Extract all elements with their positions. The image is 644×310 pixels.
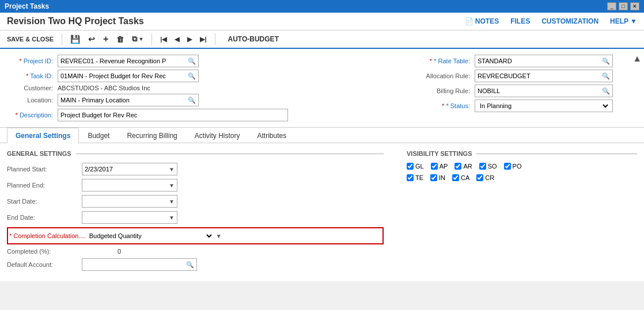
undo-button[interactable] — [86, 33, 97, 45]
auto-budget-button[interactable]: AUTO-BUDGET — [226, 34, 281, 44]
rate-table-input[interactable] — [475, 56, 600, 66]
completion-calc-label: * Completion Calculation.... — [9, 232, 86, 239]
tab-budget[interactable]: Budget — [79, 128, 118, 143]
allocation-rule-search-icon[interactable]: 🔍 — [600, 72, 612, 80]
task-id-input-wrapper[interactable]: 🔍 — [58, 70, 199, 82]
auto-budget-label: AUTO-BUDGET — [228, 35, 279, 43]
rate-table-input-wrapper[interactable]: 🔍 — [475, 55, 613, 67]
planned-end-arrow[interactable]: ▼ — [166, 182, 177, 189]
scroll-up-indicator[interactable]: ▲ — [632, 53, 642, 64]
maximize-button[interactable]: □ — [619, 2, 628, 10]
save-close-button[interactable]: SAVE & CLOSE — [5, 35, 56, 44]
task-id-search-icon[interactable]: 🔍 — [185, 72, 198, 80]
files-action[interactable]: FILES — [510, 17, 530, 25]
gl-checkbox-item[interactable]: GL — [407, 163, 424, 170]
location-input-wrapper[interactable]: 🔍 — [58, 94, 199, 106]
tab-recurring-billing[interactable]: Recurring Billing — [118, 128, 185, 143]
rate-table-search-icon[interactable]: 🔍 — [600, 58, 612, 65]
ar-checkbox[interactable] — [454, 163, 461, 170]
end-date-input[interactable]: ▼ — [82, 211, 177, 224]
customer-value: ABCSTUDIOS - ABC Studios Inc — [58, 85, 196, 91]
ap-checkbox-item[interactable]: AP — [431, 163, 448, 170]
copy-button[interactable]: ▼ — [130, 33, 146, 45]
ap-label: AP — [440, 163, 448, 170]
cr-checkbox-item[interactable]: CR — [476, 174, 494, 181]
ca-checkbox[interactable] — [452, 174, 459, 181]
planned-start-arrow[interactable]: ▼ — [166, 166, 177, 173]
completion-calc-select[interactable]: Budgeted Quantity Completed Hours Manual — [86, 232, 214, 240]
billing-rule-search-icon[interactable]: 🔍 — [600, 87, 612, 95]
general-settings-header: GENERAL SETTINGS — [7, 150, 384, 157]
start-date-arrow[interactable]: ▼ — [166, 198, 177, 205]
description-input[interactable] — [58, 110, 287, 120]
planned-start-input[interactable]: ▼ — [82, 163, 177, 175]
so-checkbox-item[interactable]: SO — [479, 163, 497, 170]
location-input[interactable] — [58, 95, 185, 105]
first-icon — [160, 36, 166, 43]
gl-label: GL — [415, 163, 424, 170]
gl-checkbox[interactable] — [407, 163, 414, 170]
help-action[interactable]: HELP ▼ — [610, 17, 637, 25]
allocation-rule-input[interactable] — [475, 71, 600, 81]
default-account-search-icon[interactable]: 🔍 — [184, 261, 196, 269]
task-id-input[interactable] — [58, 71, 185, 81]
next-button[interactable] — [185, 35, 194, 44]
ar-checkbox-item[interactable]: AR — [454, 163, 472, 170]
so-label: SO — [488, 163, 497, 170]
po-checkbox-item[interactable]: PO — [504, 163, 522, 170]
billing-rule-row: Billing Rule: 🔍 — [407, 85, 637, 97]
te-checkbox[interactable] — [407, 174, 414, 181]
so-checkbox[interactable] — [479, 163, 486, 170]
in-checkbox[interactable] — [430, 174, 437, 181]
last-button[interactable] — [198, 35, 209, 44]
end-date-arrow[interactable]: ▼ — [166, 215, 177, 221]
completed-row: Completed (%): 0 — [7, 248, 384, 255]
completed-label: Completed (%): — [7, 248, 82, 255]
planned-start-label: Planned Start: — [7, 166, 82, 173]
tab-general-settings[interactable]: General Settings — [7, 128, 79, 143]
add-button[interactable] — [101, 33, 111, 45]
minimize-button[interactable]: _ — [607, 2, 616, 10]
visibility-row-1: GL AP AR SO PO — [407, 163, 637, 170]
project-id-search-icon[interactable]: 🔍 — [185, 58, 198, 65]
project-id-row: Project ID: 🔍 — [7, 55, 384, 67]
ca-checkbox-item[interactable]: CA — [452, 174, 469, 181]
billing-rule-input-wrapper[interactable]: 🔍 — [475, 85, 613, 97]
start-date-field[interactable] — [82, 197, 166, 206]
ap-checkbox[interactable] — [431, 163, 438, 170]
save-button[interactable] — [68, 33, 82, 45]
default-account-input[interactable]: 🔍 — [82, 258, 197, 271]
location-label: Location: — [7, 97, 53, 104]
first-button[interactable] — [158, 35, 169, 44]
delete-button[interactable] — [114, 34, 126, 45]
te-label: TE — [415, 174, 423, 181]
cr-checkbox[interactable] — [476, 174, 483, 181]
completion-calc-input[interactable]: Budgeted Quantity Completed Hours Manual… — [86, 229, 224, 242]
completion-calc-arrow[interactable]: ▼ — [214, 233, 224, 239]
customization-action[interactable]: CUSTOMIZATION — [541, 17, 598, 25]
planned-end-input[interactable]: ▼ — [82, 179, 177, 192]
project-id-input[interactable] — [58, 56, 185, 66]
prev-button[interactable] — [172, 35, 181, 44]
tab-activity-history[interactable]: Activity History — [186, 128, 249, 143]
description-input-wrapper[interactable] — [58, 109, 288, 121]
planned-end-field[interactable] — [82, 181, 166, 190]
rate-table-label: * Rate Table: — [407, 58, 470, 64]
project-id-input-wrapper[interactable]: 🔍 — [58, 55, 199, 67]
tab-attributes[interactable]: Attributes — [248, 128, 295, 143]
location-row: Location: 🔍 — [7, 94, 384, 106]
in-checkbox-item[interactable]: IN — [430, 174, 445, 181]
status-select[interactable]: In Planning Active Completed — [478, 102, 610, 110]
location-search-icon[interactable]: 🔍 — [185, 97, 198, 104]
allocation-rule-input-wrapper[interactable]: 🔍 — [475, 70, 613, 82]
te-checkbox-item[interactable]: TE — [407, 174, 423, 181]
default-account-field[interactable] — [82, 260, 184, 269]
start-date-input[interactable]: ▼ — [82, 195, 177, 208]
close-button[interactable]: ✕ — [630, 2, 639, 10]
po-checkbox[interactable] — [504, 163, 511, 170]
notes-action[interactable]: 📄 NOTES — [465, 17, 499, 25]
billing-rule-input[interactable] — [475, 86, 600, 95]
status-dropdown[interactable]: In Planning Active Completed — [475, 99, 613, 112]
end-date-field[interactable] — [82, 213, 166, 222]
planned-start-field[interactable] — [82, 164, 166, 174]
